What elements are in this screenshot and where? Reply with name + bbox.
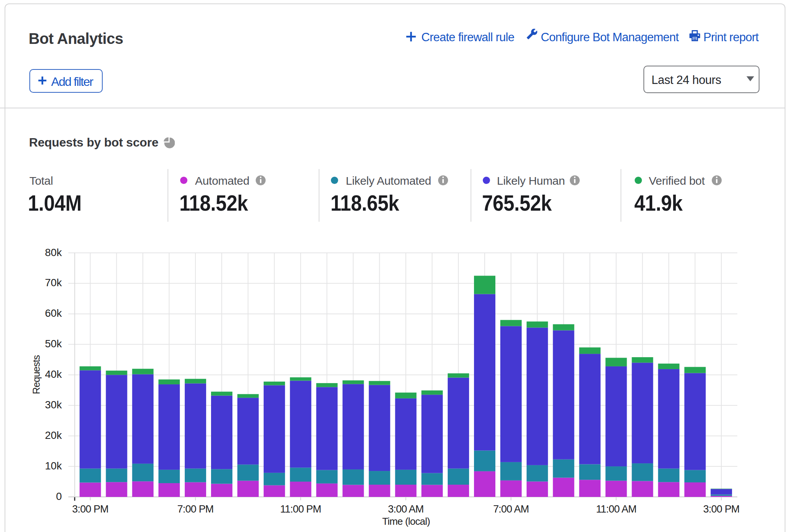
svg-text:Requests: Requests bbox=[31, 355, 42, 394]
svg-text:40k: 40k bbox=[45, 368, 62, 380]
svg-text:60k: 60k bbox=[45, 307, 62, 319]
svg-text:20k: 20k bbox=[45, 429, 62, 441]
svg-text:3:00 PM: 3:00 PM bbox=[72, 503, 108, 515]
svg-text:7:00 AM: 7:00 AM bbox=[493, 503, 529, 515]
svg-text:0: 0 bbox=[56, 490, 62, 502]
svg-text:11:00 PM: 11:00 PM bbox=[280, 503, 321, 515]
svg-text:30k: 30k bbox=[45, 399, 62, 411]
svg-text:50k: 50k bbox=[45, 338, 62, 350]
svg-text:3:00 PM: 3:00 PM bbox=[703, 503, 740, 515]
svg-text:3:00 AM: 3:00 AM bbox=[388, 503, 424, 515]
svg-text:10k: 10k bbox=[45, 460, 62, 472]
svg-text:70k: 70k bbox=[45, 277, 62, 289]
svg-text:7:00 PM: 7:00 PM bbox=[177, 503, 214, 515]
svg-text:80k: 80k bbox=[45, 247, 62, 258]
svg-text:Time (local): Time (local) bbox=[382, 516, 430, 527]
svg-text:11:00 AM: 11:00 AM bbox=[596, 503, 637, 515]
